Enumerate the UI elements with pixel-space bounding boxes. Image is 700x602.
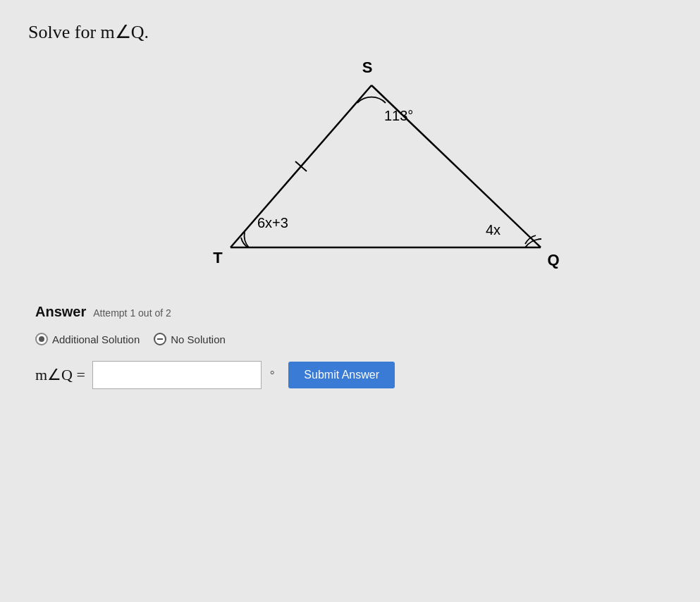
no-solution-option[interactable]: No Solution <box>154 333 226 345</box>
attempt-text: Attempt 1 out of 2 <box>93 307 171 319</box>
radio-dot <box>39 336 44 342</box>
answer-input[interactable] <box>92 361 262 389</box>
input-row: m∠Q = ° Submit Answer <box>35 361 672 389</box>
answer-label: Answer <box>35 304 86 320</box>
angle-t-value: 6x+3 <box>257 215 288 231</box>
vertex-s-label: S <box>362 59 372 76</box>
vertex-t-label: T <box>213 249 223 266</box>
radio-minus <box>157 338 163 340</box>
angle-s-value: 113° <box>384 108 413 123</box>
no-solution-label: No Solution <box>171 333 226 345</box>
options-row: Additional Solution No Solution <box>35 333 672 345</box>
degree-symbol: ° <box>270 369 274 381</box>
answer-header: Answer Attempt 1 out of 2 <box>35 304 672 320</box>
submit-button[interactable]: Submit Answer <box>288 362 395 388</box>
diagram-area: S T Q 113° 6x+3 4x <box>70 57 672 283</box>
input-label: m∠Q = <box>35 366 85 384</box>
triangle-diagram: S T Q 113° 6x+3 4x <box>174 57 569 283</box>
additional-solution-option[interactable]: Additional Solution <box>35 333 140 345</box>
answer-section: Answer Attempt 1 out of 2 Additional Sol… <box>28 304 672 389</box>
no-solution-radio[interactable] <box>154 333 166 345</box>
additional-solution-radio[interactable] <box>35 333 48 345</box>
additional-solution-label: Additional Solution <box>52 333 140 345</box>
vertex-q-label: Q <box>547 251 559 269</box>
problem-title: Solve for m∠Q. <box>28 21 672 43</box>
page: Solve for m∠Q. S T Q 11 <box>0 0 700 602</box>
angle-q-value: 4x <box>486 222 501 238</box>
